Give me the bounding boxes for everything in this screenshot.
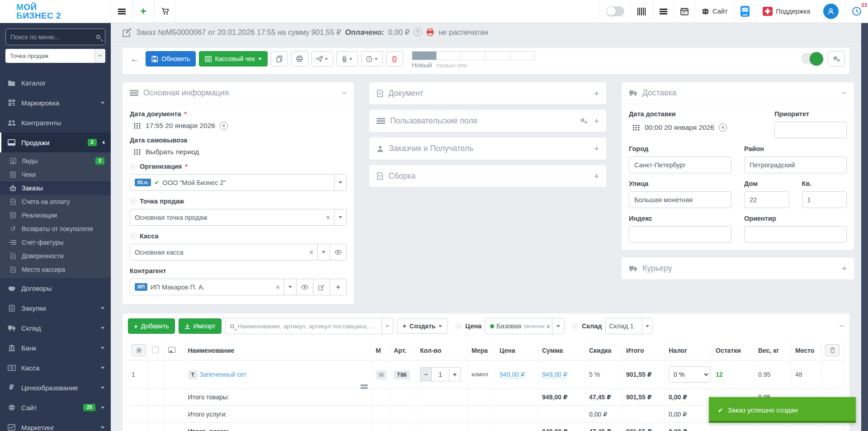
select-all-checkbox[interactable] xyxy=(152,346,159,353)
sidebar-item-site[interactable]: Сайт 25 xyxy=(0,398,111,417)
update-button[interactable]: Обновить xyxy=(146,51,196,66)
clear-date-icon[interactable]: × xyxy=(220,122,228,130)
assembly-panel[interactable]: Сборка + xyxy=(369,165,606,187)
sidebar-item-marking[interactable]: Маркировка xyxy=(0,93,111,113)
expand-button[interactable]: + xyxy=(594,117,599,125)
priority-input[interactable] xyxy=(774,122,847,138)
price-link[interactable]: 949,00 ₽ xyxy=(500,371,525,379)
doc-date-value[interactable]: 17:55 20 января 2026 xyxy=(146,122,215,130)
lists-button[interactable] xyxy=(653,0,674,23)
sidebar-item-cashier-place[interactable]: Место кассира xyxy=(0,263,111,276)
sidebar-item-cashbox[interactable]: Касса xyxy=(0,358,111,378)
edit-contractor-button[interactable] xyxy=(313,279,330,295)
sidebar-item-marketing[interactable]: Маркетинг xyxy=(0,417,111,431)
theme-toggle[interactable] xyxy=(599,0,631,23)
autofill-icon[interactable] xyxy=(572,323,579,330)
datepicker-icon[interactable] xyxy=(632,124,640,131)
custom-fields-panel[interactable]: Пользовательские поля + xyxy=(369,110,606,132)
copy-button[interactable] xyxy=(271,51,288,66)
col-weight[interactable]: Вес, кг xyxy=(755,341,792,360)
product-search-select[interactable]: Наименование, артикул, артикул поставщик… xyxy=(225,318,393,334)
sidebar-item-sales[interactable]: Продажи 2 xyxy=(0,133,111,152)
import-button[interactable]: Импорт xyxy=(179,318,222,334)
customer-panel[interactable]: Заказчик и Получатель + xyxy=(369,137,606,160)
history-button-toolbar[interactable] xyxy=(361,51,383,66)
delete-rows-button[interactable] xyxy=(825,344,840,356)
sidebar-item-contracts[interactable]: Договоры xyxy=(0,278,111,298)
expand-button[interactable]: + xyxy=(842,264,847,273)
house-input[interactable] xyxy=(744,191,789,208)
sidebar-item-powers-of-attorney[interactable]: Доверенности xyxy=(0,249,111,263)
delivery-date-value[interactable]: 00:00 20 января 2026 xyxy=(645,123,714,132)
menu-toggle-button[interactable] xyxy=(111,0,132,23)
product-name-link[interactable]: Запеченный сет xyxy=(199,371,246,378)
autofill-icon[interactable] xyxy=(455,323,462,330)
add-contractor-button[interactable]: + xyxy=(330,279,347,295)
sidebar-item-returns[interactable]: ↺ Возвраты от покупателя xyxy=(0,222,111,236)
sidebar-item-invoices-payment[interactable]: Счета на оплату xyxy=(0,195,111,208)
calendar-button[interactable] xyxy=(674,0,695,23)
qty-input[interactable] xyxy=(432,367,449,381)
sidebar-item-realizations[interactable]: Реализации xyxy=(0,208,111,222)
org-select[interactable]: Ю.л. ✔ ООО "Мой Бизнес 2" xyxy=(130,174,347,191)
warehouse-select[interactable]: Склад 1 xyxy=(605,318,652,334)
add-product-button[interactable]: +Добавить xyxy=(128,318,175,334)
collapse-button[interactable]: − xyxy=(839,321,844,331)
col-place[interactable]: Место xyxy=(792,341,821,360)
sum-link[interactable]: 949,00 ₽ xyxy=(542,371,567,379)
view-contractor-button[interactable] xyxy=(296,279,313,295)
col-stock[interactable]: Остатки xyxy=(712,341,755,360)
expand-button[interactable]: + xyxy=(594,89,599,98)
settings-button[interactable] xyxy=(828,51,845,66)
col-name[interactable]: Наименование xyxy=(184,341,372,360)
apartment-input[interactable] xyxy=(802,191,847,208)
attach-button[interactable] xyxy=(336,51,358,66)
print-button[interactable] xyxy=(291,51,308,66)
document-panel[interactable]: Документ + xyxy=(369,82,606,104)
quick-add-button[interactable]: + xyxy=(132,0,154,23)
clear-icon[interactable]: × xyxy=(544,322,552,330)
table-settings-button[interactable] xyxy=(132,344,146,356)
col-m[interactable]: М xyxy=(372,341,390,360)
clear-icon[interactable]: × xyxy=(322,213,334,221)
col-total[interactable]: Итого xyxy=(623,341,665,360)
support-link[interactable]: Поддержка xyxy=(756,0,816,23)
pickup-date-value[interactable]: Выбрать период xyxy=(146,148,199,156)
clear-icon[interactable]: × xyxy=(272,283,284,291)
sales-point-select[interactable]: Точка продаж xyxy=(5,49,105,63)
expand-button[interactable]: + xyxy=(594,172,599,180)
sidebar-item-contractors[interactable]: Контрагенты xyxy=(0,113,111,133)
col-art[interactable]: Арт. xyxy=(390,341,416,360)
status-progress-bar[interactable] xyxy=(412,51,535,60)
datepicker-icon[interactable] xyxy=(133,123,141,129)
barcode-button[interactable] xyxy=(631,0,653,23)
menu-search-input[interactable] xyxy=(10,33,96,41)
send-button[interactable] xyxy=(311,51,333,66)
edit-mode-toggle[interactable] xyxy=(802,53,822,64)
district-input[interactable] xyxy=(744,156,847,173)
city-input[interactable] xyxy=(629,156,731,173)
col-tax[interactable]: Налог xyxy=(665,341,712,360)
col-unit[interactable]: Мера xyxy=(468,341,496,360)
expand-button[interactable]: + xyxy=(594,144,599,153)
collapse-button[interactable]: − xyxy=(342,89,347,97)
cart-button[interactable] xyxy=(154,0,176,23)
autofill-icon[interactable] xyxy=(130,233,137,240)
landmark-input[interactable] xyxy=(744,226,847,243)
sidebar-item-leads[interactable]: Лиды 2 xyxy=(0,154,111,168)
cashbox-select[interactable]: Основная касса × xyxy=(130,244,330,260)
help-icon[interactable]: ? xyxy=(414,28,422,36)
qty-plus-button[interactable]: + xyxy=(449,367,461,381)
autofill-icon[interactable] xyxy=(130,163,137,170)
sidebar-item-purchases[interactable]: Закупки xyxy=(0,298,111,318)
courier-panel[interactable]: Курьеру + xyxy=(622,257,854,279)
sidebar-item-orders[interactable]: Заказы xyxy=(0,181,111,195)
datepicker-icon[interactable] xyxy=(133,149,141,155)
col-qty[interactable]: Кол-во xyxy=(416,341,468,360)
pos-select[interactable]: Основная точка продаж × xyxy=(130,209,347,226)
gears-icon[interactable] xyxy=(580,118,588,124)
success-toast[interactable]: ✔ Заказ успешно создан xyxy=(709,397,856,423)
cash-receipt-button[interactable]: Кассовый чек xyxy=(199,51,267,66)
col-price[interactable]: Цена xyxy=(496,341,538,360)
postindex-input[interactable] xyxy=(629,226,731,243)
